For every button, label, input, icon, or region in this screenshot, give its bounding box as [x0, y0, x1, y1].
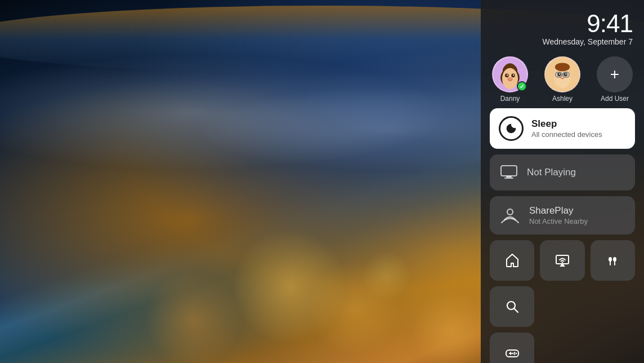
clock-time: 9:41: [490, 11, 633, 36]
sleep-subtitle: All connected devices: [531, 130, 602, 139]
game-controller-icon: [504, 345, 520, 361]
svg-point-37: [515, 353, 517, 355]
monitor-icon: [500, 163, 518, 182]
svg-point-27: [609, 257, 612, 262]
tv-icon: [499, 162, 519, 183]
svg-rect-23: [504, 178, 513, 179]
shareplay-card[interactable]: SharePlay Not Active Nearby: [490, 196, 635, 234]
svg-point-7: [507, 74, 508, 76]
airplay-button[interactable]: [540, 240, 584, 281]
avatar-ashley: [544, 56, 580, 92]
airpods-icon: [605, 253, 620, 268]
svg-point-36: [513, 352, 515, 353]
svg-point-26: [562, 262, 563, 263]
sleep-text: Sleep All connected devices: [531, 118, 602, 139]
airpods-button[interactable]: [591, 240, 635, 281]
svg-point-29: [613, 257, 616, 262]
avatar-ashley-wrapper: [544, 56, 580, 92]
plus-icon: +: [610, 65, 619, 83]
ashley-memoji-icon: [545, 56, 579, 92]
time-section: 9:41 Wednesday, September 7: [490, 11, 635, 46]
svg-line-32: [514, 309, 518, 313]
sleep-icon: [499, 116, 524, 141]
shareplay-icon: [499, 204, 521, 227]
sleep-title: Sleep: [531, 118, 602, 130]
game-controller-button[interactable]: [490, 333, 534, 363]
add-user-item[interactable]: + Add User: [597, 56, 633, 103]
shareplay-subtitle: Not Active Nearby: [529, 217, 588, 225]
user-danny[interactable]: ✓ Danny: [492, 56, 528, 103]
home-icon: [504, 253, 520, 268]
crescent-moon-icon: [505, 122, 517, 135]
add-user-button[interactable]: +: [597, 56, 633, 92]
user-ashley[interactable]: Ashley: [544, 56, 580, 103]
svg-point-24: [507, 209, 513, 215]
search-icon: [504, 299, 520, 315]
sleep-card[interactable]: Sleep All connected devices: [490, 108, 635, 149]
user-ashley-label: Ashley: [552, 95, 573, 103]
svg-point-38: [513, 353, 515, 355]
svg-rect-21: [501, 166, 517, 176]
shareplay-text: SharePlay Not Active Nearby: [529, 205, 588, 225]
svg-point-8: [513, 74, 514, 76]
airplay-icon: [554, 253, 570, 268]
add-user-label: Add User: [601, 95, 629, 103]
clock-date: Wednesday, September 7: [490, 37, 633, 46]
not-playing-label: Not Playing: [527, 167, 576, 178]
svg-rect-22: [506, 176, 512, 178]
shareplay-wifi-person-icon: [499, 204, 521, 227]
search-button[interactable]: [490, 286, 534, 327]
control-center: 9:41 Wednesday, September 7: [481, 0, 644, 363]
svg-point-15: [559, 73, 560, 74]
avatar-danny-wrapper: ✓: [492, 56, 528, 92]
shareplay-title: SharePlay: [529, 205, 588, 216]
svg-point-16: [565, 73, 566, 74]
active-badge-danny: ✓: [517, 81, 527, 91]
bottom-grid: [490, 240, 635, 363]
user-danny-label: Danny: [500, 95, 520, 103]
home-button[interactable]: [490, 240, 534, 281]
svg-point-39: [512, 353, 513, 355]
now-playing-card[interactable]: Not Playing: [490, 154, 635, 191]
svg-point-20: [555, 63, 570, 71]
users-row: ✓ Danny: [490, 56, 635, 103]
